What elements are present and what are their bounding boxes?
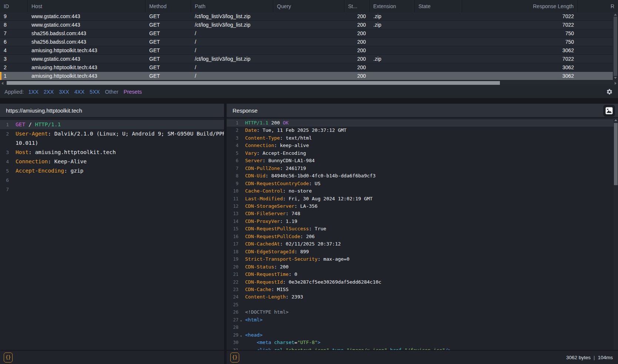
cell-st-: 200 [344,30,370,36]
code-line: 6Server: BunnyCDN-LA1-984 [227,157,618,164]
fold-gutter [9,149,14,158]
table-row[interactable]: 3www.gstatic.com:443GET/ct/log_list/v3/l… [0,55,613,63]
response-title: Response [233,107,258,114]
fold-gutter [9,186,14,195]
response-scroll-thumb[interactable] [614,123,618,185]
column-header-id[interactable]: ID [0,0,28,12]
cell-host: sha256.badssl.com:443 [28,30,146,36]
code-text: CDN-PullZone: 2461719 [244,165,306,172]
column-header-method[interactable]: Method [146,0,191,12]
code-line: 26<!DOCTYPE html> [227,308,618,316]
table-vscroll-thumb[interactable] [614,17,617,76]
cell-id: 4 [0,47,28,53]
cell-path: / [191,39,273,45]
scroll-right-icon[interactable] [615,82,617,85]
cell-response-length: 7022 [462,13,578,19]
column-header-extension[interactable]: Extension [370,0,415,12]
cell-method: GET [146,30,191,36]
fold-gutter [9,121,14,130]
filter-5xx[interactable]: 5XX [90,89,100,95]
column-header-query[interactable]: Query [273,0,344,12]
code-line: 29▾<head> [227,331,618,339]
line-number: 8 [227,172,238,180]
table-row[interactable]: 7sha256.badssl.com:443GET/200750 [0,29,613,38]
column-header-host[interactable]: Host [28,0,146,12]
fold-gutter [238,166,244,173]
line-number: 12 [227,203,238,210]
fold-gutter [238,136,244,143]
settings-gear-icon[interactable] [606,89,613,95]
fold-gutter [238,120,244,128]
http-toolkit-app: IDHostMethodPathQuerySt...ExtensionState… [0,0,618,364]
table-horizontal-scrollbar[interactable] [0,80,618,86]
scroll-down-icon[interactable] [614,77,617,79]
fold-arrow-icon[interactable]: ▾ [238,333,244,340]
format-json-button[interactable]: {} [230,353,239,363]
format-json-button[interactable]: {} [4,353,13,363]
request-url: https://amiusing.httptoolkit.tech [6,107,82,114]
filter-2xx[interactable]: 2XX [44,89,54,95]
cell-st-: 200 [344,56,370,62]
code-line: 5Vary: Accept-Encoding [227,150,618,157]
line-number: 2 [0,129,9,138]
column-header-st-[interactable]: St... [344,0,370,12]
table-row[interactable]: 2amiusing.httptoolkit.tech:443GET/200306… [0,63,613,72]
cell-method: GET [146,39,191,45]
code-line: 3Host: amiusing.httptoolkit.tech [0,148,224,157]
code-line: 16CDN-RequestPullCode: 206 [227,233,618,240]
table-row[interactable]: 4amiusing.httptoolkit.tech:443GET/200306… [0,46,613,55]
fold-arrow-icon[interactable]: ▾ [238,317,244,325]
column-header-path[interactable]: Path [191,0,273,12]
code-text: Connection: keep-alive [244,142,309,149]
view-as-image-button[interactable] [603,105,615,117]
fold-gutter [9,177,14,186]
line-number: 13 [227,210,238,217]
table-row[interactable]: 6sha256.badssl.com:443GET/200750 [0,38,613,46]
cell-host: amiusing.httptoolkit.tech:443 [28,64,146,70]
fold-gutter [238,219,244,226]
fold-gutter [238,287,244,294]
filter-presets[interactable]: Presets [124,89,142,95]
line-number: 24 [227,293,238,301]
code-line: 18CDN-EdgeStorageId: 899 [227,248,618,256]
cell-response-length: 3062 [462,64,578,70]
line-number: 11 [227,195,238,203]
table-row[interactable]: 9www.gstatic.com:443GET/ct/log_list/v3/l… [0,12,613,21]
scroll-up-icon[interactable] [614,119,617,121]
cell-response-length: 750 [462,39,578,45]
fold-gutter [9,158,14,167]
fold-gutter [238,234,244,241]
filter-3xx[interactable]: 3XX [59,89,69,95]
column-header-r[interactable]: R [578,0,618,12]
fold-gutter [238,196,244,204]
line-number: 22 [227,278,238,286]
table-hscroll-thumb[interactable] [7,81,500,85]
code-line: 19Strict-Transport-Security: max-age=0 [227,256,618,263]
response-raw-body: 1HTTP/1.1 200 OK2Date: Tue, 11 Feb 2025 … [227,118,618,350]
table-row-selected[interactable]: 1amiusing.httptoolkit.tech:443GET/200306… [0,72,613,80]
scroll-up-icon[interactable] [614,14,617,16]
scroll-left-icon[interactable] [1,82,3,85]
filter-1xx[interactable]: 1XX [28,89,38,95]
line-number: 28 [227,324,238,331]
cell-st-: 200 [344,39,370,45]
response-scrollbar[interactable] [614,118,618,350]
filter-other[interactable]: Other [105,89,118,95]
table-row[interactable]: 8www.gstatic.com:443GET/ct/log_list/v3/l… [0,21,613,29]
applied-label: Applied: [4,89,24,95]
table-vertical-scrollbar[interactable] [613,12,618,80]
code-text: CDN-Cache: MISS [244,286,288,293]
code-line: 27▾<html> [227,316,618,324]
column-header-state[interactable]: State [415,0,462,12]
filter-4xx[interactable]: 4XX [74,89,84,95]
column-header-response-length[interactable]: Response Length [462,0,578,12]
fold-gutter [238,188,244,196]
table-header-row: IDHostMethodPathQuerySt...ExtensionState… [0,0,618,12]
table-body: 9www.gstatic.com:443GET/ct/log_list/v3/l… [0,12,613,80]
image-icon [605,107,613,114]
line-number: 21 [227,271,238,278]
fold-gutter [238,257,244,264]
cell-method: GET [146,22,191,28]
cell-id: 1 [0,73,28,79]
code-line: 8CDN-Uid: 84940c56-1bd0-4fc0-b14b-dda6f6… [227,172,618,180]
